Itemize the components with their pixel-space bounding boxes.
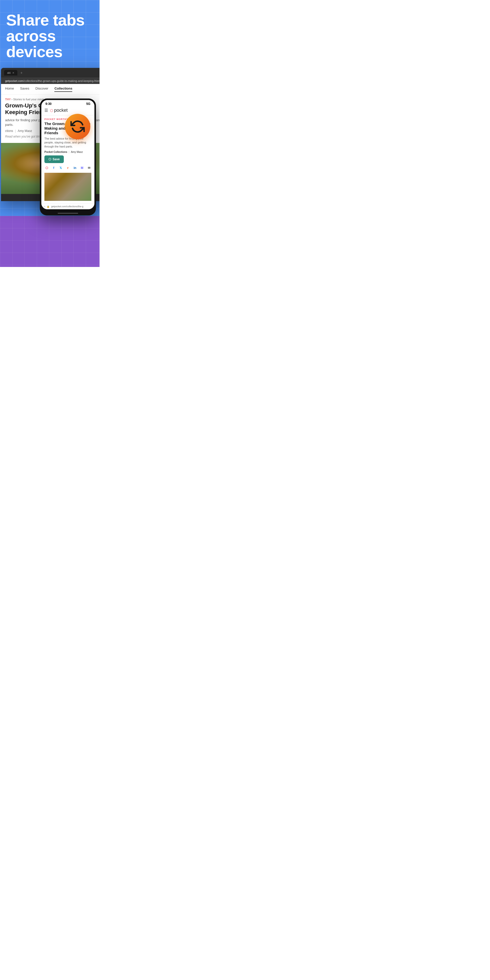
share-linkedin-icon[interactable]: in xyxy=(73,165,77,171)
address-bar-domain: getpocket.com xyxy=(5,80,24,83)
address-bar-path: /collections/the-grown-ups-guide-to-maki… xyxy=(24,80,100,83)
hero-title: Share tabs across devices xyxy=(6,12,94,60)
home-bar xyxy=(58,213,78,213)
phone-byline-right: Amy Maoz xyxy=(71,151,83,153)
share-twitter-icon[interactable]: 𝕏 xyxy=(59,165,63,171)
hero-section: Share tabs across devices aki ✕ + getpoc… xyxy=(0,0,100,216)
share-facebook-icon[interactable]: f xyxy=(52,165,56,171)
phone-address-text: getpocket.com/collections/the-g xyxy=(51,205,83,208)
byline-left: ctions xyxy=(5,129,13,133)
menu-icon[interactable]: ☰ xyxy=(45,108,48,113)
phone-article-desc: The best advice for finding your people,… xyxy=(45,137,91,148)
breadcrumb-section: Stories to fuel your mind xyxy=(13,98,44,101)
share-mastodon-icon[interactable]: M xyxy=(80,165,84,171)
laptop-tab: aki ✕ xyxy=(4,70,18,76)
nav-saves[interactable]: Saves xyxy=(20,86,29,92)
lock-icon: 🔒 xyxy=(47,205,49,208)
phone-article-byline: Pocket Collections | Amy Maoz xyxy=(45,151,91,153)
phone-byline-sep: | xyxy=(68,151,70,153)
bottom-section xyxy=(0,216,100,267)
pocket-nav: Home Saves Discover Collections xyxy=(1,84,100,95)
tab-label: aki xyxy=(7,71,11,74)
status-signal: 5G xyxy=(86,102,90,106)
nav-discover[interactable]: Discover xyxy=(35,86,48,92)
phone-article-image xyxy=(45,173,91,201)
phone-byline-left: Pocket Collections xyxy=(45,151,67,153)
nav-collections[interactable]: Collections xyxy=(54,86,72,92)
phone-home-indicator xyxy=(40,211,96,215)
byline-separator: | xyxy=(15,129,17,133)
save-label: Save xyxy=(52,158,60,161)
phone-mockup: 9:30 5G ☰ ⬡ pocket POCKET WORTHY The Gro… xyxy=(40,99,96,215)
share-reddit-icon[interactable]: r xyxy=(65,165,70,171)
nav-home[interactable]: Home xyxy=(5,86,14,92)
phone-topbar: ☰ ⬡ pocket xyxy=(41,107,94,115)
sync-icon xyxy=(70,119,85,134)
tab-close-icon[interactable]: ✕ xyxy=(12,72,14,74)
breadcrumb-separator: › xyxy=(11,98,13,101)
save-icon: ⬡ xyxy=(48,158,51,161)
phone-save-button[interactable]: ⬡ Save xyxy=(45,156,64,163)
pocket-icon: ⬡ xyxy=(50,108,53,113)
home-icon[interactable]: ⌂ xyxy=(44,205,45,208)
laptop-addressbar[interactable]: getpocket.com/collections/the-grown-ups-… xyxy=(1,78,100,84)
share-email-icon[interactable]: ✉ xyxy=(87,165,91,171)
phone-addressbar-bottom[interactable]: ⌂ 🔒 getpocket.com/collections/the-g xyxy=(41,204,94,209)
pocket-logo-text: pocket xyxy=(54,108,68,113)
status-time: 9:30 xyxy=(45,102,52,106)
devices-container: aki ✕ + getpocket.com/collections/the-gr… xyxy=(6,68,94,216)
tab-add-icon[interactable]: + xyxy=(21,71,22,75)
laptop-topbar: aki ✕ + xyxy=(1,68,100,78)
phone-screen: 9:30 5G ☰ ⬡ pocket POCKET WORTHY The Gro… xyxy=(41,100,94,209)
phone-statusbar: 9:30 5G xyxy=(41,100,94,107)
breadcrumb-brand: THY xyxy=(5,98,11,101)
pocket-logo: ⬡ pocket xyxy=(50,108,68,113)
phone-share-icons: ⬡ f 𝕏 r in M ✉ xyxy=(45,165,91,171)
share-pocket-icon[interactable]: ⬡ xyxy=(45,165,49,171)
sync-icon-wrapper xyxy=(65,114,90,139)
byline-author: Amy Maoz xyxy=(18,129,32,133)
